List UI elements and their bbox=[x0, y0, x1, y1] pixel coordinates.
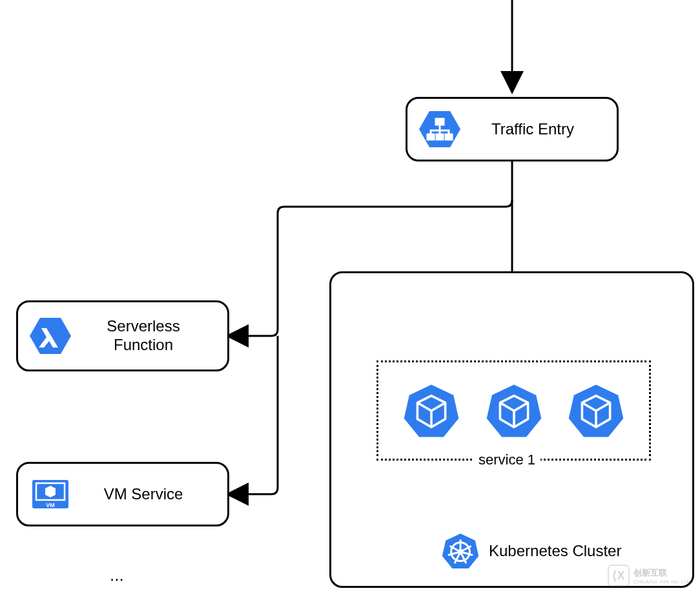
watermark: ⟨X 创新互联 CHUANG XIN HU LIAN bbox=[608, 565, 694, 587]
pod-icon bbox=[402, 382, 460, 440]
watermark-text: 创新互联 bbox=[633, 567, 694, 579]
svg-rect-9 bbox=[446, 134, 452, 140]
service-1-box bbox=[376, 360, 651, 461]
kubernetes-cluster-box: service 1 Kubernetes Cluster bbox=[329, 271, 694, 588]
vm-icon: VM bbox=[30, 476, 71, 512]
serverless-label: Serverless Function bbox=[71, 317, 216, 355]
cluster-text: Kubernetes Cluster bbox=[489, 542, 621, 560]
serverless-node: Serverless Function bbox=[16, 300, 229, 371]
pod-icon bbox=[567, 382, 625, 440]
svg-text:VM: VM bbox=[46, 502, 55, 508]
svg-rect-8 bbox=[437, 134, 443, 140]
lambda-icon bbox=[30, 318, 71, 354]
svg-point-33 bbox=[458, 549, 463, 554]
kubernetes-icon bbox=[441, 532, 480, 570]
svg-rect-7 bbox=[427, 134, 434, 140]
kubernetes-cluster-label: Kubernetes Cluster bbox=[441, 532, 621, 570]
vm-service-node: VM VM Service bbox=[16, 462, 229, 526]
pod-icon bbox=[485, 382, 543, 440]
load-balancer-icon bbox=[419, 111, 460, 147]
vm-service-label: VM Service bbox=[71, 485, 216, 504]
watermark-subtext: CHUANG XIN HU LIAN bbox=[633, 579, 694, 585]
service-1-label: service 1 bbox=[473, 452, 540, 468]
traffic-entry-node: Traffic Entry bbox=[406, 97, 619, 161]
traffic-entry-label: Traffic Entry bbox=[460, 120, 605, 139]
ellipsis-text: ... bbox=[110, 565, 124, 585]
watermark-logo-icon: ⟨X bbox=[608, 565, 630, 587]
